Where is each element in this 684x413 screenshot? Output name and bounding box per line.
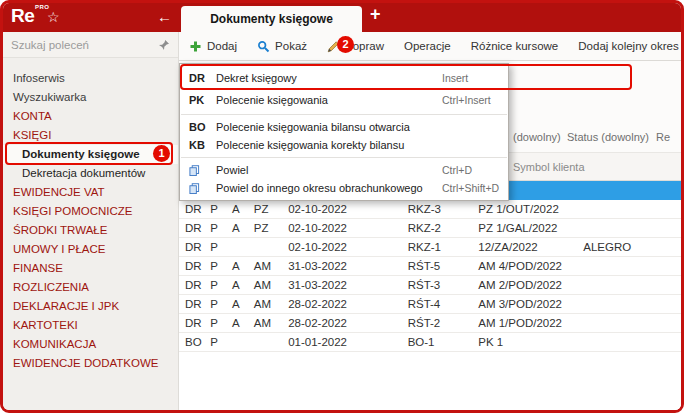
table-cell: 01-01-2022 bbox=[288, 336, 368, 348]
menu-item-prefix: PK bbox=[189, 94, 216, 106]
table-cell: A bbox=[232, 298, 254, 310]
table-cell: PZ bbox=[254, 222, 288, 234]
sidebar-item-komunikacja[interactable]: KOMUNIKACJA bbox=[3, 335, 178, 354]
table-cell: P bbox=[210, 298, 232, 310]
table-row[interactable]: DRPAPZ02-10-2022RKZ-2PZ 1/GAL/2022 bbox=[179, 219, 681, 238]
table-row[interactable]: DRPAAM28-02-2022RŚT-4AM 3/POD/2022 bbox=[179, 295, 681, 314]
plus-icon bbox=[189, 40, 202, 53]
sidebar-item-deklaracje-i-jpk[interactable]: DEKLARACJE I JPK bbox=[3, 297, 178, 316]
table-cell: 02-10-2022 bbox=[288, 203, 368, 215]
sidebar-item-srodki-trwale[interactable]: ŚRODKI TRWAŁE bbox=[3, 221, 178, 240]
table-cell: P bbox=[210, 203, 232, 215]
app-logo-text: Re bbox=[11, 5, 34, 26]
operations-button[interactable]: Operacje bbox=[394, 32, 461, 60]
command-search-input[interactable]: Szukaj poleceń bbox=[3, 32, 178, 58]
table-cell: P bbox=[210, 336, 232, 348]
filter-status[interactable]: Status (dowolny) bbox=[567, 131, 649, 143]
menu-item-polecenie-ksiegowania[interactable]: PKPolecenie księgowaniaCtrl+Insert bbox=[180, 89, 508, 111]
exchange-differences-button[interactable]: Różnice kursowe bbox=[461, 32, 569, 60]
sidebar-item-dokumenty-ksiegowe[interactable]: Dokumenty księgowe bbox=[3, 145, 178, 164]
menu-item-dekret-ksiegowy[interactable]: DRDekret księgowyInsert bbox=[180, 67, 508, 89]
menu-item-prefix: DR bbox=[189, 72, 216, 84]
table-cell: DR bbox=[185, 241, 210, 253]
table-cell: AM 1/POD/2022 bbox=[478, 317, 583, 329]
table-cell: A bbox=[232, 203, 254, 215]
sidebar-item-ewidencje-vat[interactable]: EWIDENCJE VAT bbox=[3, 183, 178, 202]
table-cell: PK 1 bbox=[478, 336, 583, 348]
table-cell: AM bbox=[254, 279, 288, 291]
filter-rejestr[interactable]: Re bbox=[656, 131, 670, 143]
add-button-label: Dodaj bbox=[207, 40, 237, 52]
back-arrow-button[interactable]: ← bbox=[157, 7, 172, 27]
table-cell: AM 2/POD/2022 bbox=[478, 279, 583, 291]
table-cell: DR bbox=[185, 222, 210, 234]
new-tab-button[interactable]: + bbox=[370, 4, 381, 25]
table-cell: AM bbox=[254, 298, 288, 310]
table-cell: RŚT-4 bbox=[408, 298, 479, 310]
sidebar-item-ewidencje-dodatkowe[interactable]: EWIDENCJE DODATKOWE bbox=[3, 354, 178, 373]
table-cell: DR bbox=[185, 203, 210, 215]
menu-item-powiel-do-innego-okresu-obrachunkowego[interactable]: Powiel do innego okresu obrachunkowegoCt… bbox=[180, 179, 508, 197]
table-cell: RKZ-1 bbox=[408, 241, 479, 253]
operations-button-label: Operacje bbox=[404, 40, 451, 52]
sidebar-item-kartoteki[interactable]: KARTOTEKI bbox=[3, 316, 178, 335]
edit-button[interactable]: Popraw bbox=[317, 32, 394, 60]
sidebar-item-konta[interactable]: KONTA bbox=[3, 107, 178, 126]
menu-item-shortcut: Insert bbox=[442, 72, 468, 84]
add-accounting-period-label: Dodaj kolejny okres obrachunkowy bbox=[578, 40, 684, 52]
table-row[interactable]: DRP02-10-2022RKZ-112/ZA/2022ALEGRO bbox=[179, 238, 681, 257]
table-cell: P bbox=[210, 222, 232, 234]
annotation-badge-1: 1 bbox=[153, 145, 170, 162]
table-row[interactable]: DRPAAM28-02-2022RŚT-2AM 1/POD/2022 bbox=[179, 314, 681, 333]
sidebar-item-wyszukiwarka[interactable]: Wyszukiwarka bbox=[3, 88, 178, 107]
sidebar-item-dekretacja-dokumentow[interactable]: Dekretacja dokumentów bbox=[3, 164, 178, 183]
menu-item-polecenie-ksiegowania-bilansu-otwarcia[interactable]: BOPolecenie księgowania bilansu otwarcia bbox=[180, 118, 508, 136]
table-cell: RKZ-2 bbox=[408, 222, 479, 234]
table-cell: DR bbox=[185, 279, 210, 291]
menu-item-shortcut: Ctrl+Insert bbox=[442, 94, 491, 106]
menu-separator bbox=[181, 114, 507, 115]
table-cell: AM 3/POD/2022 bbox=[478, 298, 583, 310]
table-cell: PZ 1/GAL/2022 bbox=[478, 222, 583, 234]
table-cell: AM 4/POD/2022 bbox=[478, 260, 583, 272]
add-accounting-period-button[interactable]: Dodaj kolejny okres obrachunkowy bbox=[568, 32, 684, 60]
filter-dowolny[interactable]: (dowolny) bbox=[513, 131, 561, 143]
show-button[interactable]: Pokaż bbox=[247, 32, 317, 60]
menu-item-label: Polecenie księgowania bilansu otwarcia bbox=[216, 121, 410, 133]
menu-item-label: Powiel bbox=[216, 164, 248, 176]
table-cell: A bbox=[232, 279, 254, 291]
table-row[interactable]: DRPAPZ02-10-2022RKZ-3PZ 1/OUT/2022 bbox=[179, 200, 681, 219]
pin-icon[interactable] bbox=[158, 39, 170, 51]
table-cell: P bbox=[210, 260, 232, 272]
menu-item-shortcut: Ctrl+Shift+D bbox=[442, 182, 499, 194]
table-cell: P bbox=[210, 241, 232, 253]
table-cell: A bbox=[232, 317, 254, 329]
sidebar-item-ksiegi[interactable]: KSIĘGI bbox=[3, 126, 178, 145]
column-header-symbol-klienta[interactable]: Symbol klienta bbox=[513, 161, 585, 173]
sidebar-item-rozliczenia[interactable]: ROZLICZENIA bbox=[3, 278, 178, 297]
menu-separator bbox=[181, 157, 507, 158]
table-cell: 12/ZA/2022 bbox=[478, 241, 583, 253]
annotation-badge-2: 2 bbox=[337, 36, 354, 53]
menu-item-powiel[interactable]: PowielCtrl+D bbox=[180, 161, 508, 179]
add-button[interactable]: Dodaj bbox=[179, 32, 247, 60]
table-row[interactable]: BOP01-01-2022BO-1PK 1 bbox=[179, 333, 681, 352]
sidebar-item-finanse[interactable]: FINANSE bbox=[3, 259, 178, 278]
menu-item-label: Polecenie księgowania bbox=[216, 94, 328, 106]
table-row[interactable]: DRPAAM31-03-2022RŚT-3AM 2/POD/2022 bbox=[179, 276, 681, 295]
table-cell: 02-10-2022 bbox=[288, 241, 368, 253]
sidebar-item-umowy-i-place[interactable]: UMOWY I PŁACE bbox=[3, 240, 178, 259]
tab-dokumenty-ksiegowe[interactable]: Dokumenty księgowe bbox=[181, 6, 362, 32]
sidebar-item-infoserwis[interactable]: Infoserwis bbox=[3, 69, 178, 88]
table-cell: 02-10-2022 bbox=[288, 222, 368, 234]
menu-item-polecenie-ksiegowania-korekty-bilansu[interactable]: KBPolecenie księgowania korekty bilansu bbox=[180, 136, 508, 154]
table-cell: P bbox=[210, 279, 232, 291]
app-logo: RePRO bbox=[11, 5, 34, 27]
sidebar-item-ksiegi-pomocnicze[interactable]: KSIĘGI POMOCNICZE bbox=[3, 202, 178, 221]
table-cell: A bbox=[232, 222, 254, 234]
table-row[interactable]: DRPAAM31-03-2022RŚT-5AM 4/POD/2022 bbox=[179, 257, 681, 276]
favorites-star-icon[interactable]: ☆ bbox=[47, 8, 60, 26]
copy-icon bbox=[189, 183, 216, 194]
title-bar: RePRO ☆ ← Dokumenty księgowe + bbox=[3, 3, 681, 32]
show-button-label: Pokaż bbox=[275, 40, 307, 52]
